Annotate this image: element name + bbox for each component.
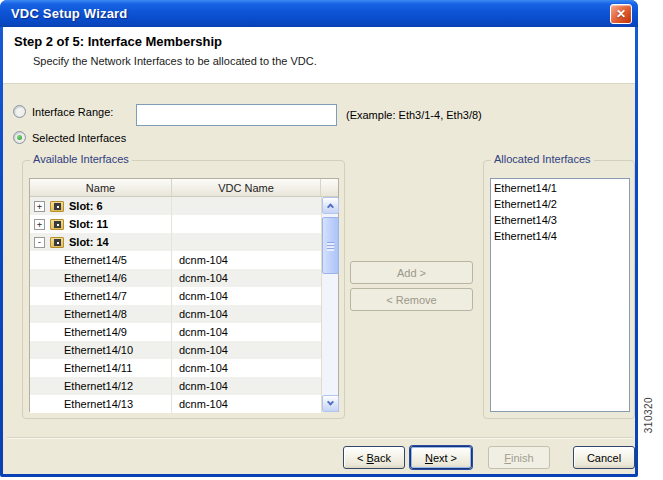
footer-separator	[7, 437, 633, 439]
available-interfaces-group: Available Interfaces Name VDC Name +Slot…	[22, 160, 345, 419]
selected-interfaces-option: Selected Interfaces	[13, 131, 126, 144]
row-label: Slot: 14	[69, 236, 109, 248]
row-vdc-cell: dcnm-104	[172, 398, 228, 410]
interface-range-radio[interactable]	[13, 105, 26, 118]
available-interfaces-table: Name VDC Name +Slot: 6+Slot: 11-Slot: 14…	[29, 178, 339, 412]
expand-icon[interactable]: +	[34, 201, 45, 212]
window-title: VDC Setup Wizard	[11, 6, 610, 21]
slot-icon	[50, 201, 64, 212]
list-item[interactable]: Ethernet14/1	[491, 180, 629, 196]
table-row[interactable]: Ethernet14/11dcnm-104	[30, 359, 321, 377]
row-name-cell: Ethernet14/9	[30, 323, 172, 341]
column-header-name[interactable]: Name	[30, 179, 172, 196]
row-label: Ethernet14/8	[64, 308, 127, 320]
allocated-interfaces-group-label: Allocated Interfaces	[491, 153, 594, 165]
table-row[interactable]: Ethernet14/10dcnm-104	[30, 341, 321, 359]
wizard-header: Step 2 of 5: Interface Membership Specif…	[3, 27, 635, 84]
row-vdc-cell: dcnm-104	[172, 326, 228, 338]
column-header-filler	[321, 179, 338, 196]
finish-button[interactable]: Finish	[488, 446, 550, 469]
interface-range-option: Interface Range:	[13, 105, 113, 118]
list-item[interactable]: Ethernet14/2	[491, 196, 629, 212]
row-name-cell: -Slot: 14	[30, 233, 172, 251]
available-rows: +Slot: 6+Slot: 11-Slot: 14Ethernet14/5dc…	[30, 197, 321, 413]
close-button[interactable]: ✕	[610, 4, 632, 24]
interface-range-example-hint: (Example: Eth3/1-4, Eth3/8)	[346, 109, 482, 121]
row-label: Slot: 6	[69, 200, 103, 212]
row-name-cell: Ethernet14/8	[30, 305, 172, 323]
slot-icon	[50, 237, 64, 248]
table-row[interactable]: Ethernet14/7dcnm-104	[30, 287, 321, 305]
selected-interfaces-radio[interactable]	[13, 131, 26, 144]
step-description: Specify the Network Interfaces to be all…	[33, 55, 317, 67]
row-name-cell: Ethernet14/13	[30, 395, 172, 413]
allocated-interfaces-group: Allocated Interfaces Ethernet14/1Etherne…	[483, 160, 635, 419]
row-name-cell: Ethernet14/11	[30, 359, 172, 377]
chevron-down-icon	[327, 399, 334, 406]
row-name-cell: +Slot: 6	[30, 197, 172, 215]
interface-range-input[interactable]	[136, 104, 337, 126]
allocated-interfaces-list[interactable]: Ethernet14/1Ethernet14/2Ethernet14/3Ethe…	[490, 178, 630, 412]
table-row[interactable]: +Slot: 6	[30, 197, 321, 215]
row-name-cell: Ethernet14/7	[30, 287, 172, 305]
cancel-button[interactable]: Cancel	[573, 446, 635, 469]
row-label: Ethernet14/11	[64, 362, 132, 374]
row-vdc-cell: dcnm-104	[172, 380, 228, 392]
row-name-cell: Ethernet14/5	[30, 251, 172, 269]
table-row[interactable]: Ethernet14/5dcnm-104	[30, 251, 321, 269]
page: VDC Setup Wizard ✕ Step 2 of 5: Interfac…	[0, 0, 663, 480]
list-item[interactable]: Ethernet14/3	[491, 212, 629, 228]
scroll-thumb[interactable]	[322, 217, 339, 274]
table-row[interactable]: Ethernet14/8dcnm-104	[30, 305, 321, 323]
back-button[interactable]: < Back	[343, 446, 405, 469]
row-label: Ethernet14/7	[64, 290, 127, 302]
selected-interfaces-label[interactable]: Selected Interfaces	[32, 132, 126, 144]
column-header-vdc-name[interactable]: VDC Name	[172, 179, 321, 196]
table-row[interactable]: -Slot: 14	[30, 233, 321, 251]
slot-icon	[50, 219, 64, 230]
row-label: Ethernet14/10	[64, 344, 133, 356]
row-vdc-cell: dcnm-104	[172, 272, 228, 284]
table-row[interactable]: Ethernet14/6dcnm-104	[30, 269, 321, 287]
remove-button[interactable]: < Remove	[350, 288, 473, 311]
expand-icon[interactable]: +	[34, 219, 45, 230]
scroll-up-button[interactable]	[322, 197, 339, 214]
scroll-down-button[interactable]	[322, 395, 339, 412]
table-row[interactable]: +Slot: 11	[30, 215, 321, 233]
interface-range-label[interactable]: Interface Range:	[32, 106, 113, 118]
row-label: Slot: 11	[69, 218, 108, 230]
row-name-cell: Ethernet14/10	[30, 341, 172, 359]
available-table-scrollbar[interactable]	[321, 197, 338, 412]
table-header-row: Name VDC Name	[30, 179, 338, 197]
row-label: Ethernet14/9	[64, 326, 127, 338]
list-item[interactable]: Ethernet14/4	[491, 228, 629, 244]
table-row[interactable]: Ethernet14/9dcnm-104	[30, 323, 321, 341]
vdc-setup-wizard-dialog: VDC Setup Wizard ✕ Step 2 of 5: Interfac…	[0, 0, 638, 477]
dialog-client-area: Step 2 of 5: Interface Membership Specif…	[3, 27, 635, 474]
next-button[interactable]: Next >	[410, 446, 472, 469]
table-row[interactable]: Ethernet14/13dcnm-104	[30, 395, 321, 413]
row-vdc-cell: dcnm-104	[172, 362, 228, 374]
figure-number: 310320	[642, 385, 656, 445]
available-interfaces-group-label: Available Interfaces	[30, 153, 132, 165]
close-icon: ✕	[616, 8, 626, 20]
add-button[interactable]: Add >	[350, 261, 473, 284]
row-label: Ethernet14/5	[64, 254, 127, 266]
row-name-cell: +Slot: 11	[30, 215, 172, 233]
step-title: Step 2 of 5: Interface Membership	[14, 34, 222, 49]
row-vdc-cell: dcnm-104	[172, 344, 228, 356]
row-label: Ethernet14/13	[64, 398, 133, 410]
row-name-cell: Ethernet14/12	[30, 377, 172, 395]
row-vdc-cell: dcnm-104	[172, 254, 228, 266]
collapse-icon[interactable]: -	[34, 237, 45, 248]
row-vdc-cell: dcnm-104	[172, 308, 228, 320]
row-label: Ethernet14/12	[64, 380, 133, 392]
row-name-cell: Ethernet14/6	[30, 269, 172, 287]
title-bar[interactable]: VDC Setup Wizard ✕	[0, 0, 638, 27]
table-row[interactable]: Ethernet14/12dcnm-104	[30, 377, 321, 395]
chevron-up-icon	[327, 203, 334, 210]
row-label: Ethernet14/6	[64, 272, 127, 284]
row-vdc-cell: dcnm-104	[172, 290, 228, 302]
